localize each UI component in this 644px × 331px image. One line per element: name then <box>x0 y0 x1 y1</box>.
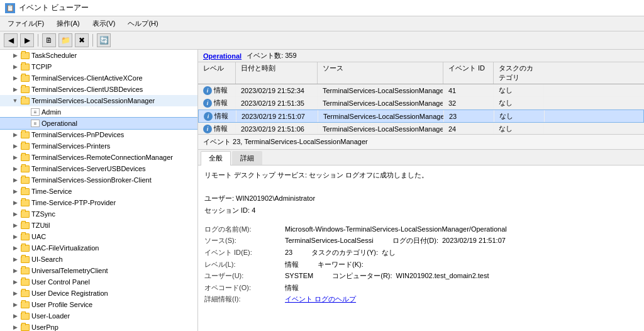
source-cell: TerminalServices-LocalSessionManager <box>318 123 443 135</box>
grid-header-cell[interactable]: ソース <box>318 62 443 84</box>
grid-header-cell[interactable]: タスクのカテゴリ <box>494 62 544 84</box>
main-content: ▶TaskScheduler▶TCPIP▶TerminalServices-Cl… <box>0 50 644 331</box>
new-button[interactable]: 🗎 <box>42 33 56 47</box>
tree-item[interactable]: ▶TerminalServices-Printers <box>0 140 197 152</box>
tree-item[interactable]: ▶Time-Service-PTP-Provider <box>0 197 197 208</box>
tree-toggle-icon <box>20 118 30 128</box>
grid-body: i情報2023/02/19 21:52:34TerminalServices-L… <box>198 84 644 135</box>
tree-item-label: TerminalServices-ClientActiveXCore <box>31 74 143 82</box>
tree-item[interactable]: ▶TerminalServices-SessionBroker-Client <box>0 174 197 186</box>
tree-item-label: User Device Registration <box>31 289 108 297</box>
tree-item[interactable]: ▶TerminalServices-ClientUSBDevices <box>0 84 197 95</box>
field-label: ソース(S): <box>204 235 280 247</box>
info-icon: i <box>203 125 212 133</box>
tree-item[interactable]: ▶TerminalServices-ServerUSBDevices <box>0 163 197 174</box>
grid-header-cell[interactable]: レベル <box>198 62 236 84</box>
tree-item[interactable]: ▶TCPIP <box>0 61 197 72</box>
table-row[interactable]: i情報2023/02/19 21:52:34TerminalServices-L… <box>198 84 644 97</box>
tree-item-label: TaskScheduler <box>31 52 77 59</box>
tree-toggle-icon: ▶ <box>10 186 20 196</box>
tree-item-label: UniversalTelemetryClient <box>31 267 108 274</box>
forward-button[interactable]: ▶ <box>20 33 34 47</box>
menu-item-h[interactable]: ヘルプ(H) <box>123 18 163 30</box>
field-label: ログの名前(M): <box>204 224 280 235</box>
app-icon: 📋 <box>5 3 15 13</box>
left-panel[interactable]: ▶TaskScheduler▶TCPIP▶TerminalServices-Cl… <box>0 50 198 331</box>
tree-item[interactable]: Operational <box>0 118 197 129</box>
field-label-2: タスクのカテゴリ(Y): <box>311 247 378 259</box>
toolbar-separator-2 <box>92 34 93 47</box>
tree-toggle-icon: ▶ <box>10 62 20 72</box>
tree-item[interactable]: ▶User-Loader <box>0 310 197 322</box>
grid-header-cell[interactable]: 日付と時刻 <box>236 62 318 84</box>
tree-item-label: TZUtil <box>31 222 50 229</box>
delete-button[interactable]: ✖ <box>75 33 89 47</box>
tree-toggle-icon: ▶ <box>10 266 20 276</box>
detail-tab-詳細[interactable]: 詳細 <box>232 151 262 165</box>
tree-item[interactable]: ▶UAC <box>0 231 197 242</box>
tree-item-label: UI-Search <box>31 255 63 263</box>
level-cell: i情報 <box>198 97 236 109</box>
tree-item[interactable]: ▶TZSync <box>0 208 197 220</box>
eventid-cell: 32 <box>443 97 494 109</box>
tree-toggle-icon <box>20 107 30 117</box>
tree-item-label: UAC <box>31 233 46 240</box>
detail-tabs: 全般詳細 <box>198 150 644 166</box>
tree-toggle-icon: ▶ <box>10 243 20 253</box>
field-value: SYSTEMコンピューター(R):WIN201902.test_domain2.… <box>285 271 638 282</box>
tree-item[interactable]: ▶TerminalServices-ClientActiveXCore <box>0 72 197 84</box>
folder-icon <box>21 143 30 150</box>
category-cell: なし <box>494 110 545 122</box>
table-row[interactable]: i情報2023/02/19 21:51:06TerminalServices-L… <box>198 123 644 135</box>
tree-toggle-icon: ▶ <box>10 175 20 185</box>
tree-item[interactable]: ▶TZUtil <box>0 220 197 231</box>
grid-header-cell[interactable]: イベント ID <box>443 62 494 84</box>
menu-item-a[interactable]: 操作(A) <box>52 18 85 30</box>
tree-item-label: Operational <box>42 120 77 127</box>
menu-item-v[interactable]: 表示(V) <box>87 18 121 30</box>
table-row[interactable]: i情報2023/02/19 21:51:35TerminalServices-L… <box>198 97 644 109</box>
open-button[interactable]: 📁 <box>58 33 72 47</box>
log-name[interactable]: Operational <box>203 52 242 60</box>
field-value: イベント ログのヘルプ <box>285 294 638 305</box>
event-log-help-link[interactable]: イベント ログのヘルプ <box>285 295 356 303</box>
tree-toggle-icon: ▶ <box>10 322 20 331</box>
tree-item[interactable]: ▶User Control Panel <box>0 276 197 288</box>
folder-icon <box>21 199 30 206</box>
tree-item[interactable]: ▶TerminalServices-PnPDevices <box>0 129 197 140</box>
event-count: イベント数: 359 <box>247 51 296 60</box>
tree-item[interactable]: ▶UserPnp <box>0 322 197 331</box>
tree-item[interactable]: ▶User Device Registration <box>0 288 197 299</box>
level-cell: i情報 <box>199 110 236 122</box>
field-label: オペコード(O): <box>204 283 280 294</box>
folder-icon <box>21 86 30 93</box>
field-value-1: SYSTEM <box>285 271 313 282</box>
tree-item[interactable]: ▶Time-Service <box>0 186 197 197</box>
tree-toggle-icon: ▶ <box>10 130 20 140</box>
tree-item[interactable]: ▶TerminalServices-RemoteConnectionManage… <box>0 152 197 163</box>
tree-item[interactable]: ▶User Profile Service <box>0 299 197 310</box>
detail-header: イベント 23, TerminalServices-LocalSessionMa… <box>198 135 644 150</box>
source-cell: TerminalServices-LocalSessionManager <box>318 84 443 96</box>
menu-bar: ファイル(F)操作(A)表示(V)ヘルプ(H) <box>0 16 644 31</box>
tree-toggle-icon: ▶ <box>10 254 20 264</box>
source-cell: TerminalServices-LocalSessionManager <box>318 97 443 109</box>
folder-icon <box>21 75 30 82</box>
folder-icon <box>21 177 30 184</box>
menu-item-f[interactable]: ファイル(F) <box>3 18 49 30</box>
tree-item[interactable]: ▶UI-Search <box>0 254 197 265</box>
table-row[interactable]: i情報2023/02/19 21:51:07TerminalServices-L… <box>198 109 644 123</box>
tree-item[interactable]: ▼TerminalServices-LocalSessionManager <box>0 95 197 106</box>
tree-item[interactable]: ▶UniversalTelemetryClient <box>0 265 197 276</box>
refresh-button[interactable]: 🔄 <box>97 33 111 47</box>
tree-item[interactable]: ▶UAC-FileVirtualization <box>0 242 197 254</box>
event-grid[interactable]: レベル日付と時刻ソースイベント IDタスクのカテゴリ i情報2023/02/19… <box>198 62 644 135</box>
back-button[interactable]: ◀ <box>4 33 18 47</box>
folder-icon <box>21 132 30 138</box>
tree-toggle-icon: ▶ <box>10 209 20 219</box>
field-value: 情報 <box>285 283 638 294</box>
tree-item[interactable]: Admin <box>0 106 197 118</box>
field-value-2: WIN201902.test_domain2.test <box>396 271 489 282</box>
tree-item[interactable]: ▶TaskScheduler <box>0 50 197 61</box>
detail-tab-全般[interactable]: 全般 <box>201 151 231 166</box>
